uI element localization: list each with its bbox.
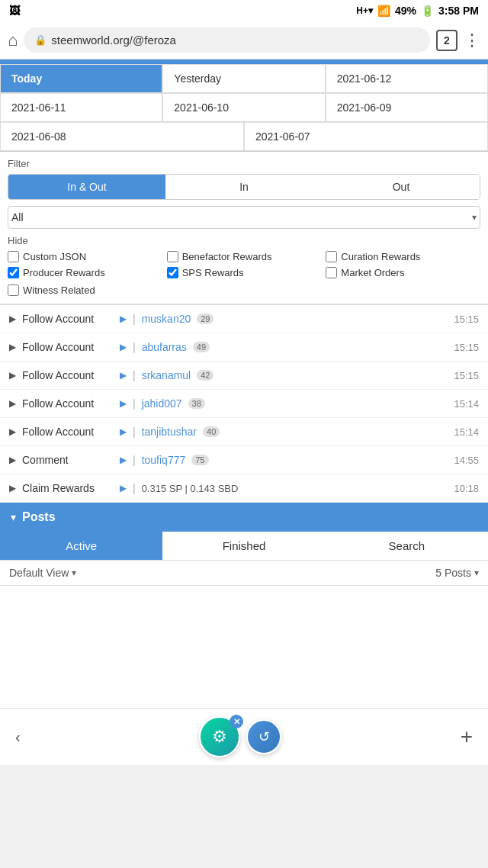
status-right: H+▾ 📶 49% 🔋 3:58 PM — [356, 5, 479, 17]
status-bar: 🖼 H+▾ 📶 49% 🔋 3:58 PM — [0, 0, 488, 21]
tx-type-4: Follow Account — [22, 426, 114, 438]
date-row-2: 2021-06-11 2021-06-10 2021-06-09 — [0, 93, 488, 122]
tx-play-5[interactable]: ▶ — [120, 455, 127, 465]
witness-row: Witness Related — [8, 285, 480, 296]
tx-pipe-1: | — [133, 341, 136, 353]
tx-play-3[interactable]: ▶ — [120, 398, 127, 409]
checkbox-curation-rewards[interactable]: Curation Rewards — [326, 251, 480, 262]
filter-tab-in-out[interactable]: In & Out — [8, 175, 165, 199]
date-2021-06-12[interactable]: 2021-06-12 — [326, 64, 488, 93]
checkbox-benefactor-rewards[interactable]: Benefactor Rewards — [167, 251, 322, 262]
tx-time-3: 15:14 — [454, 398, 479, 410]
checkbox-sps-rewards-input[interactable] — [167, 267, 178, 278]
tx-account-0[interactable]: muskan20 — [142, 313, 191, 325]
filter-label: Filter — [8, 158, 480, 169]
date-2021-06-08[interactable]: 2021-06-08 — [0, 122, 244, 151]
tx-play-0[interactable]: ▶ — [120, 313, 127, 324]
chevron-down-icon: ▾ — [472, 212, 477, 223]
tx-account-3[interactable]: jahid007 — [142, 397, 182, 410]
date-row-1: Today Yesterday 2021-06-12 — [0, 64, 488, 93]
tx-expand-2[interactable]: ▶ — [9, 370, 16, 381]
tx-row-1: ▶ Follow Account ▶ | abufarras 49 15:15 — [0, 333, 488, 362]
tx-pipe-5: | — [133, 454, 136, 466]
tx-account-2[interactable]: srkanamul — [142, 369, 191, 381]
tx-type-0: Follow Account — [22, 313, 114, 325]
chevron-down-icon: ▾ — [474, 567, 479, 578]
tx-expand-6[interactable]: ▶ — [9, 483, 16, 493]
tx-pipe-4: | — [133, 426, 136, 438]
posts-tab-search[interactable]: Search — [326, 532, 488, 560]
date-yesterday[interactable]: Yesterday — [162, 64, 325, 93]
date-2021-06-10[interactable]: 2021-06-10 — [162, 93, 325, 122]
new-tab-button[interactable]: + — [461, 725, 473, 749]
tx-badge-2: 42 — [197, 370, 214, 381]
tx-account-1[interactable]: abufarras — [142, 341, 187, 353]
tx-type-5: Comment — [22, 454, 114, 466]
tx-type-6: Claim Rewards — [22, 482, 114, 494]
filter-select[interactable]: All ▾ — [8, 206, 480, 229]
date-today[interactable]: Today — [0, 64, 162, 93]
tx-time-4: 15:14 — [454, 426, 479, 438]
posts-tab-finished[interactable]: Finished — [162, 532, 325, 560]
steem-icon2-button[interactable]: ↺ — [246, 719, 281, 754]
checkbox-market-orders-input[interactable] — [326, 267, 337, 278]
tx-expand-0[interactable]: ▶ — [9, 313, 16, 324]
date-row-3: 2021-06-08 2021-06-07 — [0, 122, 488, 151]
posts-count[interactable]: 5 Posts ▾ — [435, 567, 479, 579]
checkbox-market-orders-label: Market Orders — [341, 267, 404, 278]
posts-tab-active[interactable]: Active — [0, 532, 162, 560]
close-tab-badge[interactable]: ✕ — [230, 715, 243, 728]
checkbox-benefactor-rewards-label: Benefactor Rewards — [182, 251, 272, 262]
tx-badge-0: 29 — [197, 313, 214, 324]
checkbox-witness-related[interactable]: Witness Related — [8, 285, 95, 296]
checkbox-producer-rewards[interactable]: Producer Rewards — [8, 267, 162, 278]
filter-select-value: All — [11, 211, 24, 223]
tx-pipe-2: | — [133, 369, 136, 381]
tx-expand-1[interactable]: ▶ — [9, 342, 16, 352]
tx-rewards-6: 0.315 SP | 0.143 SBD — [142, 483, 239, 494]
checkbox-custom-json-input[interactable] — [8, 251, 19, 262]
menu-dots-icon[interactable]: ⋮ — [464, 31, 480, 50]
tx-type-3: Follow Account — [22, 397, 114, 410]
checkbox-custom-json-label: Custom JSON — [23, 251, 86, 262]
tx-expand-5[interactable]: ▶ — [9, 455, 16, 465]
checkbox-curation-rewards-input[interactable] — [326, 251, 337, 262]
date-2021-06-07[interactable]: 2021-06-07 — [244, 122, 488, 151]
checkbox-custom-json[interactable]: Custom JSON — [8, 251, 162, 262]
filter-tab-out[interactable]: Out — [323, 175, 480, 199]
tx-play-4[interactable]: ▶ — [120, 426, 127, 437]
gallery-icon: 🖼 — [9, 5, 20, 17]
tx-row-0: ▶ Follow Account ▶ | muskan20 29 15:15 — [0, 305, 488, 333]
tx-play-2[interactable]: ▶ — [120, 370, 127, 381]
tx-time-5: 14:55 — [454, 455, 479, 466]
checkbox-market-orders[interactable]: Market Orders — [326, 267, 480, 278]
checkbox-producer-rewards-label: Producer Rewards — [23, 267, 105, 278]
tx-account-5[interactable]: toufiq777 — [142, 454, 186, 466]
tx-expand-4[interactable]: ▶ — [9, 426, 16, 437]
tx-play-6[interactable]: ▶ — [120, 483, 127, 493]
tx-row-5: ▶ Comment ▶ | toufiq777 75 14:55 — [0, 446, 488, 474]
date-2021-06-09[interactable]: 2021-06-09 — [326, 93, 488, 122]
filter-tab-in[interactable]: In — [165, 175, 323, 199]
home-button[interactable]: ⌂ — [8, 31, 18, 50]
tx-account-4[interactable]: tanjibtushar — [142, 426, 197, 438]
tx-type-2: Follow Account — [22, 369, 114, 381]
steem-logo: ⚙ — [212, 727, 227, 747]
checkbox-benefactor-rewards-input[interactable] — [167, 251, 178, 262]
address-bar[interactable]: 🔒 steemworld.org/@feroza — [24, 27, 430, 53]
checkbox-sps-rewards[interactable]: SPS Rewards — [167, 267, 322, 278]
checkbox-curation-rewards-label: Curation Rewards — [341, 251, 420, 262]
tx-pipe-6: | — [133, 482, 136, 494]
tx-play-1[interactable]: ▶ — [120, 342, 127, 352]
checkbox-producer-rewards-input[interactable] — [8, 267, 19, 278]
checkbox-witness-related-input[interactable] — [8, 285, 19, 296]
back-button[interactable]: ‹ — [15, 728, 21, 746]
date-2021-06-11[interactable]: 2021-06-11 — [0, 93, 162, 122]
tx-time-6: 10:18 — [454, 483, 479, 494]
tab-count[interactable]: 2 — [436, 30, 458, 51]
tx-pipe-0: | — [133, 313, 136, 325]
tx-row-4: ▶ Follow Account ▶ | tanjibtushar 40 15:… — [0, 418, 488, 446]
tx-expand-3[interactable]: ▶ — [9, 398, 16, 409]
steem-logo2: ↺ — [258, 728, 270, 745]
posts-view-label[interactable]: Default View ▾ — [9, 567, 76, 579]
